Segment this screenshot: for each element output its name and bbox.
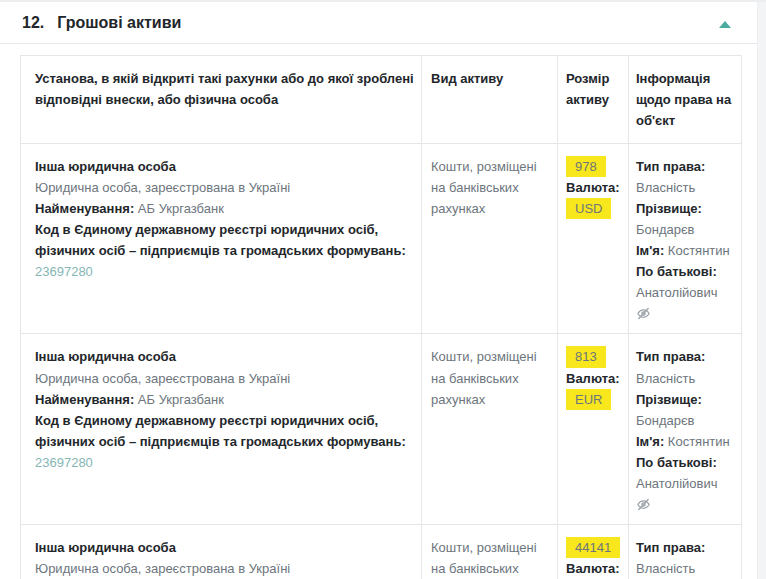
rights-info-cell: Тип права: Власність Прізвище: Бондарєв … bbox=[629, 334, 742, 524]
institution-cell: Інша юридична особа Юридична особа, заре… bbox=[21, 144, 422, 334]
table-row: Інша юридична особа Юридична особа, заре… bbox=[21, 524, 742, 579]
asset-size-cell: 44141 Валюта: UAH bbox=[558, 524, 629, 579]
right-type-label: Тип права: bbox=[636, 537, 737, 558]
currency-value: EUR bbox=[566, 389, 611, 410]
org-registration: Юридична особа, зареєстрована в Україні bbox=[35, 177, 417, 198]
org-code-label: Код в Єдиному державному реєстрі юридичн… bbox=[35, 222, 406, 258]
patronymic-label: По батькові: bbox=[636, 452, 737, 473]
declaration-page: 12.Грошові активи Установа, в якій відкр… bbox=[0, 0, 766, 579]
rights-info-cell: Тип права: Власність Прізвище: Бондарєв … bbox=[629, 524, 742, 579]
col-header-asset-type: Вид активу bbox=[422, 56, 558, 144]
firstname-line: Ім'я: Костянтин bbox=[636, 431, 737, 452]
org-name-label: Найменування: bbox=[35, 201, 134, 216]
org-code-label: Код в Єдиному державному реєстрі юридичн… bbox=[35, 413, 406, 449]
amount-value: 44141 bbox=[566, 537, 620, 558]
firstname-value: Костянтин bbox=[668, 434, 730, 449]
org-name-line: Найменування: АБ Укргазбанк bbox=[35, 389, 417, 410]
patronymic-value: Анатолійович bbox=[636, 282, 737, 303]
org-type: Інша юридична особа bbox=[35, 537, 417, 558]
amount-value: 813 bbox=[566, 346, 606, 367]
asset-type-cell: Кошти, розміщені на банківських рахунках bbox=[422, 524, 558, 579]
institution-cell: Інша юридична особа Юридична особа, заре… bbox=[21, 524, 422, 579]
amount-line: 978 bbox=[566, 156, 626, 177]
surname-value: Бондарєв bbox=[636, 219, 737, 240]
table-row: Інша юридична особа Юридична особа, заре… bbox=[21, 144, 742, 334]
currency-label: Валюта: bbox=[566, 558, 626, 579]
section-title: 12.Грошові активи bbox=[22, 14, 733, 32]
right-type-value: Власність bbox=[636, 558, 737, 579]
currency-label: Валюта: bbox=[566, 177, 626, 198]
org-name-label: Найменування: bbox=[35, 392, 134, 407]
org-name-value: АБ Укргазбанк bbox=[138, 392, 224, 407]
asset-size-cell: 978 Валюта: USD bbox=[558, 144, 629, 334]
surname-label: Прізвище: bbox=[636, 198, 737, 219]
currency-line: EUR bbox=[566, 389, 626, 410]
col-header-asset-size: Розмір активу bbox=[558, 56, 629, 144]
col-header-rights-info: Інформація щодо права на об'єкт bbox=[629, 56, 742, 144]
firstname-label: Ім'я: bbox=[636, 243, 664, 258]
section-title-text: Грошові активи bbox=[57, 14, 181, 31]
currency-label: Валюта: bbox=[566, 368, 626, 389]
asset-size-cell: 813 Валюта: EUR bbox=[558, 334, 629, 524]
section-header: 12.Грошові активи bbox=[0, 2, 757, 44]
org-type: Інша юридична особа bbox=[35, 346, 417, 367]
surname-value: Бондарєв bbox=[636, 410, 737, 431]
page-background-gutter bbox=[757, 2, 766, 579]
patronymic-value: Анатолійович bbox=[636, 473, 737, 494]
right-type-label: Тип права: bbox=[636, 156, 737, 177]
table-header-row: Установа, в якій відкриті такі рахунки а… bbox=[21, 56, 742, 144]
amount-line: 44141 bbox=[566, 537, 626, 558]
section-number: 12. bbox=[22, 14, 44, 31]
collapse-caret-icon[interactable] bbox=[719, 21, 731, 28]
monetary-assets-table: Установа, в якій відкриті такі рахунки а… bbox=[20, 55, 742, 579]
institution-cell: Інша юридична особа Юридична особа, заре… bbox=[21, 334, 422, 524]
org-name-value: АБ Укргазбанк bbox=[138, 201, 224, 216]
edr-code-link[interactable]: 23697280 bbox=[35, 455, 93, 470]
right-type-value: Власність bbox=[636, 177, 737, 198]
org-code-line: Код в Єдиному державному реєстрі юридичн… bbox=[35, 410, 417, 473]
rights-info-cell: Тип права: Власність Прізвище: Бондарєв … bbox=[629, 144, 742, 334]
amount-value: 978 bbox=[566, 156, 606, 177]
org-name-line: Найменування: АБ Укргазбанк bbox=[35, 198, 417, 219]
right-type-value: Власність bbox=[636, 368, 737, 389]
col-header-institution: Установа, в якій відкриті такі рахунки а… bbox=[21, 56, 422, 144]
eye-slash-icon bbox=[636, 497, 737, 512]
amount-line: 813 bbox=[566, 346, 626, 367]
org-code-line: Код в Єдиному державному реєстрі юридичн… bbox=[35, 219, 417, 282]
firstname-line: Ім'я: Костянтин bbox=[636, 240, 737, 261]
currency-value: USD bbox=[566, 198, 611, 219]
surname-label: Прізвище: bbox=[636, 389, 737, 410]
patronymic-label: По батькові: bbox=[636, 261, 737, 282]
edr-code-link[interactable]: 23697280 bbox=[35, 264, 93, 279]
currency-line: USD bbox=[566, 198, 626, 219]
eye-slash-icon bbox=[636, 306, 737, 321]
org-registration: Юридична особа, зареєстрована в Україні bbox=[35, 368, 417, 389]
table-row: Інша юридична особа Юридична особа, заре… bbox=[21, 334, 742, 524]
firstname-value: Костянтин bbox=[668, 243, 730, 258]
asset-type-cell: Кошти, розміщені на банківських рахунках bbox=[422, 144, 558, 334]
firstname-label: Ім'я: bbox=[636, 434, 664, 449]
org-registration: Юридична особа, зареєстрована в Україні bbox=[35, 558, 417, 579]
org-type: Інша юридична особа bbox=[35, 156, 417, 177]
right-type-label: Тип права: bbox=[636, 346, 737, 367]
asset-type-cell: Кошти, розміщені на банківських рахунках bbox=[422, 334, 558, 524]
